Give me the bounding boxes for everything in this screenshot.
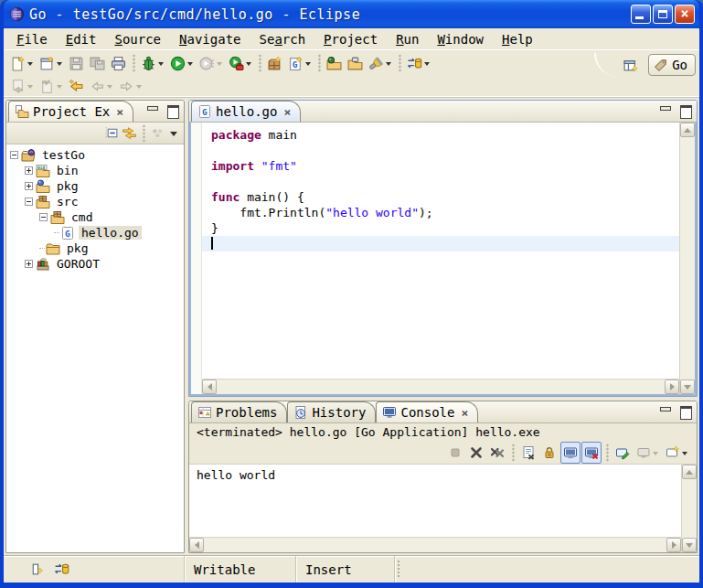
tree-item-label[interactable]: testGo	[39, 148, 88, 162]
last-edit-location-button[interactable]	[66, 75, 87, 97]
view-menu-icon[interactable]	[170, 132, 177, 140]
collapse-icon[interactable]	[25, 198, 33, 206]
console-output[interactable]: hello world	[189, 465, 681, 537]
fast-view-icon[interactable]	[29, 561, 45, 577]
close-button[interactable]: ×	[675, 5, 695, 24]
external-tools-icon	[229, 56, 244, 71]
editor-hscrollbar[interactable]	[202, 379, 679, 394]
console-tab-close-icon[interactable]: ×	[461, 406, 468, 420]
tree-item-label[interactable]: pkg	[54, 179, 80, 193]
menu-navigate[interactable]: Navigate	[170, 30, 250, 48]
scroll-left-button[interactable]	[189, 538, 204, 552]
menu-window[interactable]: Window	[428, 30, 493, 48]
scroll-left-button[interactable]	[202, 380, 217, 394]
show-stderr-icon	[584, 445, 599, 460]
open-folder-button[interactable]	[345, 52, 366, 74]
code-area[interactable]: package mainimport "fmt"func main() { fm…	[202, 123, 679, 379]
tree-item-label[interactable]: pkg	[64, 241, 91, 255]
explorer-maximize-button[interactable]	[164, 103, 180, 118]
project-tree[interactable]: testGo010binpkgsrccmdGhello.gopkgGOROOT	[6, 144, 184, 552]
debug-button[interactable]	[138, 52, 167, 74]
explorer-minimize-button[interactable]	[144, 103, 160, 118]
search-button[interactable]	[366, 52, 395, 74]
tab-history[interactable]: History	[287, 401, 376, 422]
next-annotation-icon	[10, 79, 26, 94]
expand-icon[interactable]	[25, 166, 33, 175]
synchronize-icon[interactable]	[54, 561, 69, 577]
link-with-editor-icon[interactable]	[122, 125, 137, 141]
minimize-button[interactable]	[631, 5, 651, 24]
console-vscrollbar[interactable]	[681, 465, 697, 552]
toolbar-separator	[131, 54, 136, 72]
project-explorer-tab[interactable]: Project Ex ×	[8, 101, 133, 122]
editor-vscrollbar[interactable]	[679, 123, 695, 394]
open-console-button[interactable]	[663, 442, 691, 464]
scroll-up-button[interactable]	[682, 465, 697, 479]
new-go-file-button[interactable]: G	[285, 52, 314, 74]
history-tab-icon	[293, 405, 308, 420]
new-go-element-button[interactable]	[37, 52, 66, 74]
tree-item-testgo[interactable]: testGo	[8, 147, 184, 163]
tree-item-pkg[interactable]: pkg	[8, 178, 184, 194]
run-button[interactable]	[167, 52, 197, 74]
console-tab-label: Console	[400, 405, 454, 420]
menu-source[interactable]: Source	[105, 30, 170, 48]
scroll-lock-button[interactable]	[539, 442, 559, 464]
tree-item-label[interactable]: cmd	[69, 210, 95, 224]
expand-icon[interactable]	[25, 182, 33, 190]
import-folder-button[interactable]	[324, 52, 345, 74]
scroll-up-button[interactable]	[680, 123, 695, 137]
tree-item-src[interactable]: src	[8, 194, 184, 209]
open-perspective-button[interactable]	[620, 54, 641, 76]
display-console-button[interactable]	[634, 442, 662, 464]
project-explorer-close-icon[interactable]: ×	[116, 105, 123, 119]
scroll-right-button[interactable]	[665, 380, 679, 394]
editor-minimize-button[interactable]	[656, 103, 673, 118]
remove-launch-button[interactable]	[466, 442, 486, 464]
new-wizard-button[interactable]	[7, 52, 37, 74]
menu-run[interactable]: Run	[387, 30, 428, 48]
new-go-package-button[interactable]	[264, 52, 285, 74]
statusbar-icon-area	[4, 556, 185, 583]
external-tools-button[interactable]	[226, 52, 255, 74]
menu-help[interactable]: Help	[493, 30, 542, 48]
collapse-icon[interactable]	[10, 151, 18, 159]
maximize-button[interactable]	[653, 5, 673, 24]
remove-all-terminated-button[interactable]	[487, 442, 507, 464]
console-hscrollbar[interactable]	[189, 537, 681, 552]
editor-maximize-button[interactable]	[676, 103, 693, 118]
clear-console-button[interactable]	[518, 442, 538, 464]
tree-item-goroot[interactable]: GOROOT	[8, 256, 184, 272]
menu-search[interactable]: Search	[250, 30, 315, 48]
pin-console-button[interactable]	[612, 442, 633, 464]
scroll-right-button[interactable]	[666, 538, 681, 552]
print-button[interactable]	[108, 52, 129, 74]
show-stderr-button[interactable]	[581, 442, 602, 464]
go-perspective-button[interactable]: Go	[648, 54, 696, 76]
show-stdout-button[interactable]	[560, 442, 581, 464]
console-minimize-button[interactable]	[656, 404, 673, 419]
collapse-all-icon[interactable]	[104, 125, 120, 141]
tree-item-label[interactable]: src	[54, 195, 80, 208]
scroll-down-button[interactable]	[682, 538, 697, 552]
tab-problems[interactable]: Problems	[191, 401, 287, 422]
editor-tab-close-icon[interactable]: ×	[283, 105, 291, 119]
menu-edit[interactable]: Edit	[57, 30, 106, 48]
menu-file[interactable]: File	[7, 30, 57, 48]
tree-item-pkg[interactable]: pkg	[8, 241, 184, 256]
editor-tab-hello-go[interactable]: G hello.go ×	[191, 101, 301, 122]
tree-item-label[interactable]: hello.go	[79, 226, 142, 240]
console-maximize-button[interactable]	[676, 404, 693, 419]
tree-item-hello-go[interactable]: Ghello.go	[8, 225, 184, 241]
profile-button	[197, 52, 226, 74]
tree-item-cmd[interactable]: cmd	[8, 209, 184, 225]
tree-item-label[interactable]: bin	[54, 164, 80, 177]
scroll-down-button[interactable]	[680, 380, 695, 394]
collapse-icon[interactable]	[39, 213, 48, 221]
menu-project[interactable]: Project	[314, 30, 387, 48]
synchronize-button[interactable]	[404, 52, 433, 74]
tree-item-label[interactable]: GOROOT	[54, 257, 102, 271]
tab-console[interactable]: Console ×	[376, 401, 478, 422]
expand-icon[interactable]	[25, 260, 33, 268]
tree-item-bin[interactable]: 010bin	[8, 163, 184, 178]
